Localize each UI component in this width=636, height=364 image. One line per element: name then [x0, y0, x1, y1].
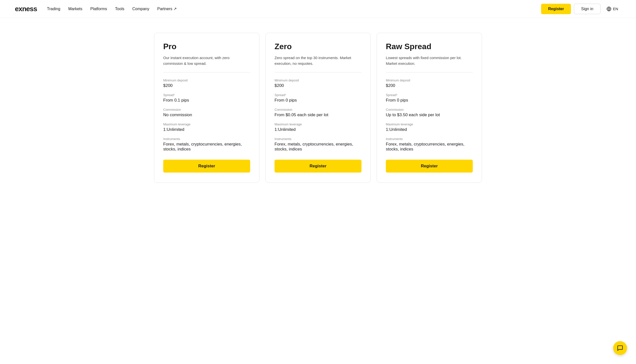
raw-spread-instruments-label: Instruments [386, 137, 473, 141]
zero-spread-value: From 0 pips [275, 98, 361, 103]
raw-spread-spread-label: Spread¹ [386, 93, 473, 97]
logo[interactable]: exness [15, 5, 37, 13]
pro-instruments-value: Forex, metals, cryptocurrencies, energie… [163, 142, 250, 152]
raw-spread-commission-label: Commission [386, 108, 473, 112]
raw-spread-leverage-value: 1:Unlimited [386, 127, 473, 132]
pro-min-deposit-value: $200 [163, 83, 250, 88]
nav-trading[interactable]: Trading [47, 7, 60, 11]
raw-spread-card-description: Lowest spreads with fixed commission per… [386, 55, 473, 72]
zero-instruments: Instruments Forex, metals, cryptocurrenc… [275, 137, 361, 152]
pro-spread: Spread¹ From 0.1 pips [163, 93, 250, 103]
raw-spread-card-details: Minimum deposit $200 Spread¹ From 0 pips… [386, 78, 473, 152]
zero-min-deposit-value: $200 [275, 83, 361, 88]
pro-commission-label: Commission [163, 108, 250, 112]
raw-spread-leverage: Maximum leverage 1:Unlimited [386, 122, 473, 132]
raw-spread-register-button[interactable]: Register [386, 160, 473, 172]
raw-spread-spread-value: From 0 pips [386, 98, 473, 103]
zero-instruments-value: Forex, metals, cryptocurrencies, energie… [275, 142, 361, 152]
header-left: exness Trading Markets Platforms Tools C… [15, 5, 177, 13]
raw-spread-min-deposit-value: $200 [386, 83, 473, 88]
zero-card-footer: Register [275, 160, 361, 172]
raw-spread-card: Raw Spread Lowest spreads with fixed com… [377, 33, 482, 183]
raw-spread-min-deposit-label: Minimum deposit [386, 78, 473, 82]
raw-spread-commission: Commission Up to $3.50 each side per lot [386, 108, 473, 118]
pro-card-title: Pro [163, 42, 250, 51]
pro-leverage-value: 1:Unlimited [163, 127, 250, 132]
nav-partners[interactable]: Partners ↗ [157, 6, 177, 11]
nav-tools[interactable]: Tools [115, 7, 124, 11]
raw-spread-leverage-label: Maximum leverage [386, 122, 473, 126]
zero-spread: Spread¹ From 0 pips [275, 93, 361, 103]
nav-company[interactable]: Company [132, 7, 149, 11]
pro-instruments: Instruments Forex, metals, cryptocurrenc… [163, 137, 250, 152]
nav-platforms[interactable]: Platforms [91, 7, 107, 11]
zero-card-title: Zero [275, 42, 361, 51]
pro-spread-value: From 0.1 pips [163, 98, 250, 103]
raw-spread-commission-value: Up to $3.50 each side per lot [386, 112, 473, 118]
chat-button[interactable] [613, 341, 627, 355]
language-label: EN [613, 7, 618, 11]
zero-spread-label: Spread¹ [275, 93, 361, 97]
zero-leverage-value: 1:Unlimited [275, 127, 361, 132]
pricing-cards-grid: Pro Our instant execution account, with … [154, 33, 482, 183]
zero-card: Zero Zero spread on the top 30 instrumen… [265, 33, 371, 183]
main-nav: Trading Markets Platforms Tools Company … [47, 6, 177, 11]
pro-card-details: Minimum deposit $200 Spread¹ From 0.1 pi… [163, 78, 250, 152]
pro-commission-value: No commission [163, 112, 250, 118]
nav-markets[interactable]: Markets [68, 7, 83, 11]
zero-leverage-label: Maximum leverage [275, 122, 361, 126]
zero-commission: Commission From $0.05 each side per lot [275, 108, 361, 118]
header-right: Register Sign in EN [541, 4, 621, 14]
raw-spread-instruments: Instruments Forex, metals, cryptocurrenc… [386, 137, 473, 152]
pro-leverage: Maximum leverage 1:Unlimited [163, 122, 250, 132]
pro-leverage-label: Maximum leverage [163, 122, 250, 126]
raw-spread-instruments-value: Forex, metals, cryptocurrencies, energie… [386, 142, 473, 152]
zero-leverage: Maximum leverage 1:Unlimited [275, 122, 361, 132]
zero-commission-value: From $0.05 each side per lot [275, 112, 361, 118]
pro-instruments-label: Instruments [163, 137, 250, 141]
zero-commission-label: Commission [275, 108, 361, 112]
header: exness Trading Markets Platforms Tools C… [0, 0, 636, 18]
raw-spread-min-deposit: Minimum deposit $200 [386, 78, 473, 88]
zero-card-description: Zero spread on the top 30 instruments. M… [275, 55, 361, 72]
pro-card: Pro Our instant execution account, with … [154, 33, 259, 183]
pro-card-description: Our instant execution account, with zero… [163, 55, 250, 72]
raw-spread-card-footer: Register [386, 160, 473, 172]
pro-commission: Commission No commission [163, 108, 250, 118]
main-content: Pro Our instant execution account, with … [139, 18, 497, 202]
raw-spread-card-title: Raw Spread [386, 42, 473, 51]
pro-min-deposit-label: Minimum deposit [163, 78, 250, 82]
zero-instruments-label: Instruments [275, 137, 361, 141]
language-button[interactable]: EN [603, 4, 621, 14]
pro-min-deposit: Minimum deposit $200 [163, 78, 250, 88]
zero-register-button[interactable]: Register [275, 160, 361, 172]
pro-register-button[interactable]: Register [163, 160, 250, 172]
raw-spread-spread: Spread¹ From 0 pips [386, 93, 473, 103]
globe-icon [606, 6, 611, 12]
header-signin-button[interactable]: Sign in [574, 4, 600, 14]
chat-icon [617, 345, 623, 351]
zero-min-deposit: Minimum deposit $200 [275, 78, 361, 88]
zero-min-deposit-label: Minimum deposit [275, 78, 361, 82]
header-register-button[interactable]: Register [541, 4, 571, 14]
zero-card-details: Minimum deposit $200 Spread¹ From 0 pips… [275, 78, 361, 152]
pro-spread-label: Spread¹ [163, 93, 250, 97]
pro-card-footer: Register [163, 160, 250, 172]
